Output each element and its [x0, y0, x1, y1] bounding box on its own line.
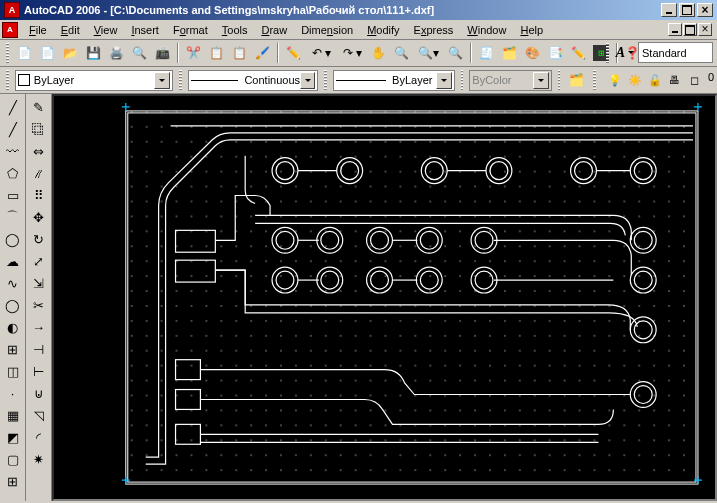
- mdi-restore-button[interactable]: [683, 23, 697, 36]
- spline-tool[interactable]: ∿: [2, 272, 24, 294]
- layer-on-icon[interactable]: 💡: [606, 71, 624, 89]
- zoom-window-button[interactable]: 🔍▾: [413, 42, 443, 64]
- copy-tool[interactable]: ⿻: [28, 118, 50, 140]
- rectangle-tool[interactable]: ▭: [2, 184, 24, 206]
- break-at-point-tool[interactable]: ⊣: [28, 338, 50, 360]
- linetype-combo[interactable]: Continuous: [188, 70, 318, 91]
- mirror-tool[interactable]: ⇔: [28, 140, 50, 162]
- sheet-set-button[interactable]: 📑: [544, 42, 566, 64]
- ellipse-tool[interactable]: ◯: [2, 294, 24, 316]
- menu-view[interactable]: View: [87, 22, 125, 38]
- table-tool[interactable]: ⊞: [2, 470, 24, 492]
- array-tool[interactable]: ⠿: [28, 184, 50, 206]
- menu-tools[interactable]: Tools: [215, 22, 255, 38]
- fillet-tool[interactable]: ◜: [28, 426, 50, 448]
- insert-block-tool[interactable]: ⊞: [2, 338, 24, 360]
- gradient-tool[interactable]: ◩: [2, 426, 24, 448]
- text-style-icon[interactable]: A: [614, 45, 636, 61]
- menu-draw[interactable]: Draw: [254, 22, 294, 38]
- pan-button[interactable]: ✋: [367, 42, 389, 64]
- color-combo[interactable]: ByLayer: [15, 70, 174, 91]
- point-tool[interactable]: ·: [2, 382, 24, 404]
- plot-button[interactable]: 🖨️: [105, 42, 127, 64]
- menu-modify[interactable]: Modify: [360, 22, 406, 38]
- open-button[interactable]: 📂: [59, 42, 81, 64]
- mdi-close-button[interactable]: [698, 23, 712, 36]
- copy-button[interactable]: 📋: [205, 42, 227, 64]
- menu-express[interactable]: Express: [407, 22, 461, 38]
- move-tool[interactable]: ✥: [28, 206, 50, 228]
- properties-button[interactable]: 🧾: [475, 42, 497, 64]
- polyline-tool[interactable]: 〰: [2, 140, 24, 162]
- menu-dimension[interactable]: Dimension: [294, 22, 360, 38]
- layer-lock-icon[interactable]: 🔓: [646, 71, 664, 89]
- toolbar-grip[interactable]: [179, 70, 182, 90]
- line-tool[interactable]: ╱: [2, 96, 24, 118]
- lineweight-combo[interactable]: ByLayer: [333, 70, 454, 91]
- close-button[interactable]: [697, 3, 713, 17]
- scale-tool[interactable]: ⤢: [28, 250, 50, 272]
- stretch-tool[interactable]: ⇲: [28, 272, 50, 294]
- menu-insert[interactable]: Insert: [124, 22, 166, 38]
- toolbar-grip[interactable]: [6, 70, 9, 90]
- save-button[interactable]: 💾: [82, 42, 104, 64]
- offset-tool[interactable]: ⫽: [28, 162, 50, 184]
- toolbar-grip[interactable]: [6, 43, 9, 63]
- publish-button[interactable]: 📠: [151, 42, 173, 64]
- new-sheet-button[interactable]: 📄: [36, 42, 58, 64]
- tool-palettes-button[interactable]: 🎨: [521, 42, 543, 64]
- undo-button[interactable]: ↶▾: [305, 42, 335, 64]
- layer-color-icon[interactable]: ◻: [686, 71, 704, 89]
- ellipse-arc-tool[interactable]: ◐: [2, 316, 24, 338]
- menu-help[interactable]: Help: [513, 22, 550, 38]
- join-tool[interactable]: ⊍: [28, 382, 50, 404]
- extend-tool[interactable]: →: [28, 316, 50, 338]
- toolbar-grip[interactable]: [461, 70, 464, 90]
- plot-preview-button[interactable]: 🔍: [128, 42, 150, 64]
- explode-tool[interactable]: ✷: [28, 448, 50, 470]
- maximize-button[interactable]: [679, 3, 695, 17]
- qnew-button[interactable]: 📄: [13, 42, 35, 64]
- layer-manager-button[interactable]: 🗂️: [566, 69, 587, 91]
- menu-window[interactable]: Window: [460, 22, 513, 38]
- make-block-tool[interactable]: ◫: [2, 360, 24, 382]
- design-center-button[interactable]: 🗂️: [498, 42, 520, 64]
- zoom-realtime-button[interactable]: 🔍: [390, 42, 412, 64]
- layer-plot-icon[interactable]: 🖶: [666, 71, 684, 89]
- cut-button[interactable]: ✂️: [182, 42, 204, 64]
- document-icon[interactable]: A: [2, 22, 18, 38]
- circle-tool[interactable]: ◯: [2, 228, 24, 250]
- layer-freeze-icon[interactable]: ☀️: [626, 71, 644, 89]
- text-style-combo[interactable]: Standard: [638, 42, 713, 63]
- region-tool[interactable]: ▢: [2, 448, 24, 470]
- menu-format[interactable]: Format: [166, 22, 215, 38]
- chamfer-tool[interactable]: ◹: [28, 404, 50, 426]
- trim-tool[interactable]: ✂: [28, 294, 50, 316]
- toolbar-grip[interactable]: [606, 43, 609, 63]
- markup-set-button[interactable]: ✏️: [567, 42, 589, 64]
- match-properties-button[interactable]: 🖌️: [251, 42, 273, 64]
- break-tool[interactable]: ⊢: [28, 360, 50, 382]
- drawing-canvas[interactable]: [52, 94, 717, 501]
- draw-toolbar: ╱ ╱ 〰 ⬠ ▭ ⌒ ◯ ☁ ∿ ◯ ◐ ⊞ ◫ · ▦ ◩ ▢ ⊞: [0, 94, 26, 501]
- plotstyle-combo[interactable]: ByColor: [469, 70, 551, 91]
- zoom-previous-button[interactable]: 🔍: [444, 42, 466, 64]
- mdi-minimize-button[interactable]: [668, 23, 682, 36]
- toolbar-grip[interactable]: [558, 70, 561, 90]
- construction-line-tool[interactable]: ╱: [2, 118, 24, 140]
- polygon-tool[interactable]: ⬠: [2, 162, 24, 184]
- minimize-button[interactable]: [661, 3, 677, 17]
- redo-button[interactable]: ↷▾: [336, 42, 366, 64]
- toolbar-grip[interactable]: [593, 70, 596, 90]
- styles-toolbar-group: A Standard: [603, 42, 713, 63]
- hatch-tool[interactable]: ▦: [2, 404, 24, 426]
- revision-cloud-tool[interactable]: ☁: [2, 250, 24, 272]
- menu-file[interactable]: File: [22, 22, 54, 38]
- erase-tool[interactable]: ✎: [28, 96, 50, 118]
- arc-tool[interactable]: ⌒: [2, 206, 24, 228]
- block-editor-button[interactable]: ✏️: [282, 42, 304, 64]
- menu-edit[interactable]: Edit: [54, 22, 87, 38]
- rotate-tool[interactable]: ↻: [28, 228, 50, 250]
- paste-button[interactable]: 📋: [228, 42, 250, 64]
- toolbar-grip[interactable]: [324, 70, 327, 90]
